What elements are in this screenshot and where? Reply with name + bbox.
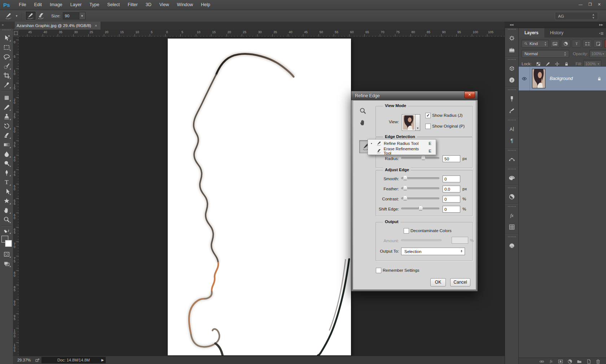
folder-button[interactable] [576, 358, 583, 364]
document-tab[interactable]: Azarshan Graphic.jpg @ 29.4% (RGB/8) × [13, 22, 101, 30]
blur-tool[interactable] [1, 149, 12, 159]
menu-layer[interactable]: Layer [66, 2, 85, 7]
color-swatches[interactable] [1, 236, 12, 247]
background-color-swatch[interactable] [5, 240, 12, 247]
histogram-panel-button[interactable] [507, 45, 517, 55]
iconstrip-collapse-button[interactable]: ◀◀ [505, 22, 518, 28]
threed-panel-button[interactable] [507, 63, 517, 74]
filter-toggle[interactable] [604, 40, 606, 48]
type-filter-button[interactable]: T [572, 40, 581, 48]
flyout-item-erase-refinements-tool[interactable]: Erase Refinements ToolE [368, 147, 436, 155]
view-dropdown-button[interactable]: ▼ [416, 114, 420, 131]
close-button[interactable]: ✕ [598, 0, 601, 9]
menu-window[interactable]: Window [173, 2, 197, 7]
tab-close-icon[interactable]: × [95, 23, 97, 28]
document-canvas[interactable] [168, 39, 351, 355]
hand-tool[interactable] [1, 205, 12, 215]
menu-filter[interactable]: Filter [124, 2, 142, 7]
output-to-dropdown[interactable]: Selection [401, 248, 465, 255]
flyout-item-refine-radius-tool[interactable]: ▪Refine Radius ToolE [368, 139, 436, 147]
menu-image[interactable]: Image [46, 2, 66, 7]
lasso-tool[interactable] [1, 52, 12, 61]
quick-selection-tool[interactable] [1, 61, 12, 71]
quick-mask-button[interactable] [1, 249, 12, 259]
status-arrow-icon[interactable]: ▶ [101, 358, 104, 362]
dialog-hand-icon[interactable] [359, 119, 367, 126]
layer-row-background[interactable]: Background [519, 66, 606, 91]
document-info[interactable]: Doc: 14.8M/14.8M ▶ [41, 357, 106, 363]
panel-collapse-button[interactable]: ▶▶ [518, 22, 606, 28]
history-brush-tool[interactable] [1, 121, 12, 130]
pen-tool[interactable] [1, 168, 12, 177]
styles-panel-button[interactable]: fx [507, 210, 517, 221]
tools-collapse-button[interactable]: » [0, 22, 15, 28]
show-radius-checkbox[interactable]: ✓ [425, 113, 431, 118]
menu-3d[interactable]: 3D [142, 2, 155, 7]
ok-button[interactable]: OK [430, 278, 446, 287]
menu-edit[interactable]: Edit [30, 2, 46, 7]
cancel-button[interactable]: Cancel [450, 278, 470, 287]
ruler-origin[interactable] [13, 30, 19, 37]
view-thumbnail[interactable] [402, 114, 416, 131]
dodge-tool[interactable] [1, 159, 12, 168]
zoom-tool[interactable] [1, 215, 12, 224]
show-original-checkbox[interactable] [425, 124, 431, 129]
brush-tool[interactable] [1, 102, 12, 112]
minimize-button[interactable]: — [579, 0, 583, 9]
workspace-switcher[interactable]: AG ▲▼ [555, 12, 598, 20]
blend-mode-dropdown[interactable]: Normal ▲▼ [522, 50, 569, 58]
paths-panel-button[interactable] [507, 154, 517, 164]
size-input[interactable]: 90 [63, 12, 79, 19]
mask-button[interactable] [558, 358, 564, 364]
smooth-input[interactable]: 0 [443, 176, 460, 182]
layer-name[interactable]: Background [550, 76, 597, 81]
menu-type[interactable]: Type [85, 2, 103, 7]
custom-shape-tool[interactable] [1, 196, 12, 205]
opacity-value[interactable]: 100% ▼ [589, 50, 606, 58]
erase-refinements-tool-button[interactable] [36, 12, 46, 20]
tab-layers[interactable]: Layers [519, 28, 544, 37]
adjustment-filter-button[interactable] [561, 40, 570, 48]
shape-filter-button[interactable] [583, 40, 592, 48]
character-panel-button[interactable]: A [507, 124, 517, 134]
restore-button[interactable]: ❐ [588, 0, 592, 9]
adjustment-button[interactable] [567, 358, 573, 364]
type-tool[interactable]: T [1, 177, 12, 187]
radius-input[interactable]: 50 [443, 155, 460, 162]
menu-file[interactable]: File [15, 2, 30, 7]
refine-radius-tool-button[interactable] [25, 11, 36, 21]
kind-dropdown[interactable]: Kind ▲▼ [522, 40, 549, 48]
contrast-input[interactable]: 0 [443, 196, 460, 203]
gradient-tool[interactable] [1, 140, 12, 149]
panel-menu-icon[interactable] [598, 31, 604, 36]
materials-panel-button[interactable] [507, 241, 517, 251]
trash-button[interactable] [595, 358, 601, 364]
paragraph-panel-button[interactable]: ¶ [507, 136, 517, 146]
share-icon[interactable] [35, 358, 40, 363]
crop-tool[interactable] [1, 71, 12, 80]
eraser-tool[interactable] [1, 130, 12, 140]
layer-visibility-cell[interactable] [519, 67, 530, 90]
zoom-level[interactable]: 29.37% [17, 358, 31, 362]
menu-help[interactable]: Help [197, 2, 214, 7]
marquee-tool[interactable] [1, 43, 12, 52]
new-layer-button[interactable] [586, 358, 592, 364]
remember-settings-checkbox[interactable] [376, 268, 381, 273]
contrast-slider[interactable] [401, 195, 439, 200]
info-panel-button[interactable]: i [507, 75, 517, 85]
feather-slider[interactable] [401, 185, 439, 190]
adjustments-panel-button[interactable] [507, 192, 517, 202]
tab-history[interactable]: History [544, 28, 569, 37]
channels-panel-button[interactable] [507, 222, 517, 232]
healing-brush-tool[interactable] [1, 93, 12, 102]
path-selection-tool[interactable] [1, 187, 12, 196]
swap-colors[interactable] [1, 228, 12, 235]
menu-view[interactable]: View [155, 2, 173, 7]
smartobject-filter-button[interactable] [593, 40, 603, 48]
dialog-title-bar[interactable]: Refine Edge [351, 91, 478, 100]
shift-edge-input[interactable]: 0 [443, 206, 460, 213]
eye-icon[interactable] [521, 76, 527, 82]
tool-preset-button[interactable] [4, 12, 14, 20]
dialog-close-button[interactable]: ✕ [464, 92, 475, 98]
navigator-panel-button[interactable] [507, 33, 517, 43]
